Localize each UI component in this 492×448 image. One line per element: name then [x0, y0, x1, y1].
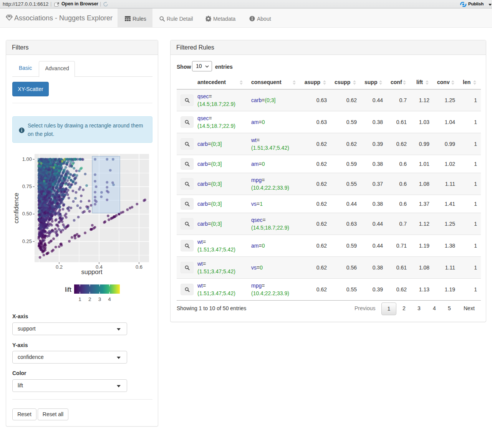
svg-text:0.75: 0.75: [22, 183, 32, 189]
svg-text:0.2: 0.2: [56, 264, 63, 270]
svg-text:0.6: 0.6: [136, 264, 142, 270]
svg-text:4: 4: [108, 296, 111, 302]
svg-text:1: 1: [78, 296, 81, 302]
svg-text:lift: lift: [65, 286, 71, 293]
svg-text:3: 3: [98, 296, 101, 302]
svg-text:1.00: 1.00: [22, 156, 32, 162]
svg-text:0.50: 0.50: [22, 211, 32, 217]
svg-text:confidence: confidence: [13, 193, 20, 223]
svg-text:0.25: 0.25: [22, 238, 32, 244]
svg-text:support: support: [81, 268, 102, 275]
svg-text:2: 2: [88, 296, 91, 302]
